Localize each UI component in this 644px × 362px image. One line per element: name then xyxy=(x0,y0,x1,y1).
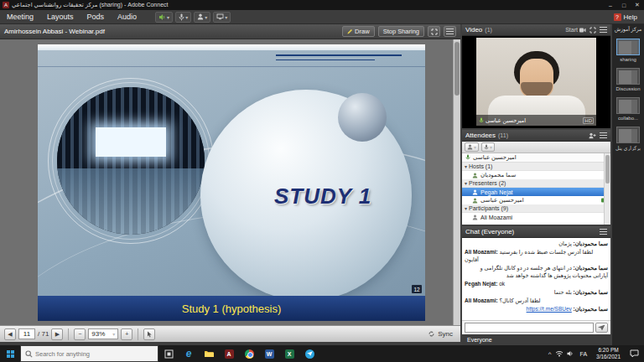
search-input[interactable] xyxy=(35,350,144,358)
attendee-row-host[interactable]: سما محمودیان xyxy=(462,171,610,179)
chevron-down-icon: ▾ xyxy=(205,14,207,20)
share-screen-button[interactable]: ▾ xyxy=(213,12,231,23)
layouts-bar-title: مرکز آموزش xyxy=(615,27,642,33)
webcam-person-name: امیرحسین عباسی xyxy=(486,117,526,124)
next-page-button[interactable]: ▶ xyxy=(51,328,63,340)
help-menu[interactable]: ? Help xyxy=(614,13,644,21)
share-pod-content: STUDY 1 12 Study 1 (hypothesis) xyxy=(0,39,453,325)
taskbar-search[interactable] xyxy=(20,345,158,362)
share-pod-title: Amirhossein Abbasi - Webinar.pdf xyxy=(4,28,105,35)
excel-button[interactable]: X xyxy=(279,345,299,362)
architecture-photo xyxy=(57,87,205,235)
chevron-down-icon: ▾ xyxy=(490,144,492,150)
photo-skylight xyxy=(96,127,166,157)
participants-group-row[interactable]: ▾ Participants (9) xyxy=(462,204,610,213)
layout-item-custom[interactable]: برگزاری پنل xyxy=(615,127,641,151)
pod-menu-icon[interactable] xyxy=(600,27,607,33)
zoom-out-button[interactable]: − xyxy=(74,328,86,340)
chat-messages[interactable]: سما محمودیان: پژمان Ali Moazami: لطفا آد… xyxy=(462,238,610,320)
slide-decorative-line xyxy=(276,54,402,56)
close-button[interactable]: ✕ xyxy=(631,0,644,10)
webcam-feed: امیرحسین عباسی HD xyxy=(476,38,596,126)
tray-expand-icon[interactable]: ^ xyxy=(548,350,552,358)
pod-options-button[interactable] xyxy=(444,26,456,37)
attendee-row-selected[interactable]: Pegah Nejat xyxy=(462,188,610,196)
share-pod-header: Amirhossein Abbasi - Webinar.pdf Draw St… xyxy=(0,24,460,39)
status-button[interactable]: ▾ xyxy=(194,12,210,23)
send-message-button[interactable] xyxy=(595,323,608,333)
task-view-button[interactable] xyxy=(158,345,179,362)
attendees-toolbar: ▾ ▾ xyxy=(462,142,610,153)
fullscreen-icon[interactable] xyxy=(589,27,596,34)
person-icon xyxy=(472,173,478,178)
draw-button[interactable]: Draw xyxy=(342,26,375,37)
language-indicator[interactable]: FA xyxy=(578,351,590,357)
edge-icon: e xyxy=(186,348,192,359)
send-icon xyxy=(598,324,605,331)
active-mic-icon xyxy=(465,154,470,161)
attendees-pod: Attendees (11) ▾ ▾ امیرحسین عباسی ▾ Host… xyxy=(462,130,610,225)
microphone-icon xyxy=(484,144,489,151)
chat-pod-header: Chat (Everyone) xyxy=(462,226,610,238)
video-pod: Video (1) Start امیرحسین عباسی xyxy=(462,24,610,128)
taskbar-clock[interactable]: 6:20 PM 3/16/2021 xyxy=(593,347,624,360)
layout-item-collaboration[interactable]: collabo... xyxy=(616,97,640,121)
chat-message: سما محمودیان: در انتهای هر جلسه در دو کا… xyxy=(465,264,608,279)
notification-center-button[interactable] xyxy=(627,348,641,359)
microphone-button[interactable]: ▾ xyxy=(175,12,191,23)
attendee-row-presenter[interactable]: امیرحسین عباسی xyxy=(462,196,610,204)
file-explorer-button[interactable] xyxy=(199,345,219,362)
add-person-icon[interactable] xyxy=(589,132,596,139)
volume-icon[interactable] xyxy=(567,350,574,357)
windows-logo-icon xyxy=(7,350,14,358)
speaker-button[interactable]: ▾ xyxy=(155,12,173,23)
word-button[interactable]: W xyxy=(259,345,279,362)
start-webcam-button[interactable]: Start xyxy=(565,27,586,33)
maximize-button[interactable]: □ xyxy=(617,0,631,10)
chat-input[interactable] xyxy=(465,323,594,333)
sync-control[interactable]: Sync xyxy=(428,330,456,338)
chrome-button[interactable] xyxy=(239,345,259,362)
telegram-button[interactable] xyxy=(299,345,319,362)
prev-page-button[interactable]: ◀ xyxy=(4,328,16,340)
mic-rights-button[interactable]: ▾ xyxy=(481,142,495,152)
pod-menu-icon[interactable] xyxy=(600,229,607,235)
wifi-icon[interactable] xyxy=(555,350,564,357)
menu-pods[interactable]: Pods xyxy=(80,10,112,23)
layout-item-discussion[interactable]: Discussion xyxy=(615,68,640,91)
status-options-button[interactable]: ▾ xyxy=(465,142,479,152)
share-scrollbar[interactable] xyxy=(453,39,460,325)
divider xyxy=(68,328,69,340)
menu-layouts[interactable]: Layouts xyxy=(40,10,80,23)
presenters-group-row[interactable]: ▾ Presenters (2) xyxy=(462,179,610,188)
webcam-icon xyxy=(579,28,586,33)
adobe-connect-taskbar-button[interactable]: A xyxy=(219,345,239,362)
share-scrollbar-thumb[interactable] xyxy=(454,42,460,96)
pointer-tool-button[interactable] xyxy=(143,328,155,340)
menu-meeting[interactable]: Meeting xyxy=(0,10,40,23)
slide-top-strip xyxy=(38,44,425,50)
zoom-in-button[interactable]: + xyxy=(121,328,132,340)
start-button[interactable] xyxy=(0,345,20,362)
layout-thumbnail xyxy=(616,97,640,114)
hosts-group-row[interactable]: ▾ Hosts (1) xyxy=(462,163,610,171)
chevron-expand-icon: ▾ xyxy=(465,163,467,169)
task-view-icon xyxy=(164,349,174,359)
windows-taskbar: e A W X ^ FA 6:20 PM 3/16/2021 xyxy=(0,345,644,362)
zoom-level-dropdown[interactable]: 93%▾ xyxy=(88,328,118,339)
tab-everyone[interactable]: Everyone xyxy=(467,337,492,343)
minimize-button[interactable]: – xyxy=(604,0,617,10)
attendees-scrollbar-thumb[interactable] xyxy=(605,155,610,184)
layout-item-sharing[interactable]: sharing xyxy=(616,39,640,62)
fullscreen-button[interactable] xyxy=(428,26,440,37)
chat-link[interactable]: https://t.me/SBUev xyxy=(527,306,572,312)
chevron-expand-icon: ▾ xyxy=(465,180,467,186)
page-number-input[interactable]: 11 xyxy=(18,328,35,339)
attendee-row-participant[interactable]: Ali Moazami xyxy=(462,213,610,221)
menu-audio[interactable]: Audio xyxy=(111,10,143,23)
pod-menu-icon[interactable] xyxy=(600,132,607,138)
attendees-scrollbar[interactable] xyxy=(604,153,610,225)
slide-study-title: STUDY 1 xyxy=(274,184,371,209)
stop-sharing-button[interactable]: Stop Sharing xyxy=(378,26,424,37)
edge-browser-button[interactable]: e xyxy=(179,345,199,362)
